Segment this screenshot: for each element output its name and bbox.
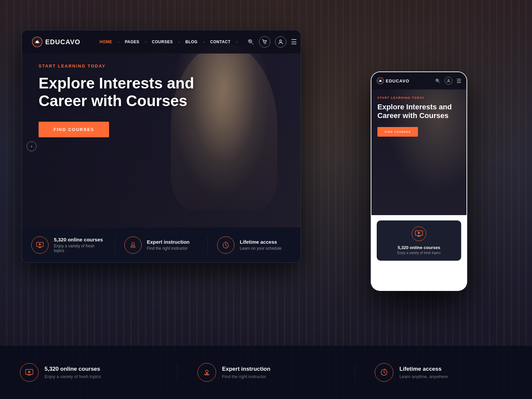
svg-point-21 (225, 241, 226, 242)
svg-marker-26 (418, 232, 421, 234)
bottom-stat-title-2: Expert instruction (222, 366, 270, 372)
desktop-mockup: EDUCAVO HOME + PAGES + COURSES + BLOG + … (22, 30, 301, 263)
bottom-stats-bar: 5,320 online courses Enjoy a variety of … (0, 346, 532, 399)
mobile-stats-card: 5,320 online courses Enjoy a variety of … (377, 220, 461, 261)
bottom-stat-title-3: Lifetime access (399, 366, 448, 372)
desktop-logo[interactable]: EDUCAVO (32, 37, 80, 47)
logo-text: EDUCAVO (45, 38, 80, 46)
bottom-stat-icon-2 (198, 363, 216, 382)
bottom-stat-text-1: 5,320 online courses Enjoy a variety of … (45, 366, 101, 379)
bottom-stat-desc-2: Find the right instructor (222, 374, 270, 379)
stat-instruction-icon (124, 236, 142, 254)
mobile-search-icon[interactable]: 🔍 (435, 78, 441, 83)
mobile-stat-title: 5,320 online courses (397, 245, 441, 250)
svg-point-9 (265, 43, 266, 44)
mobile-hero-subtitle: START LEARNING TODAY (377, 96, 461, 99)
find-courses-button[interactable]: FIND COURSES (39, 122, 109, 137)
svg-point-23 (379, 80, 381, 82)
bottom-stat-desc-3: Learn anytime, anywhere (399, 374, 448, 379)
hero-title: Explore Interests and Career with Course… (39, 74, 231, 110)
bottom-stat-3: Lifetime access Learn anytime, anywhere (355, 363, 532, 382)
mobile-mockup: EDUCAVO 🔍 ☰ START LEARNING TODAY Explore… (371, 71, 467, 291)
stat-courses-text: 5,320 online courses Enjoy a variety of … (54, 237, 105, 253)
nav-contact[interactable]: CONTACT (207, 38, 233, 46)
menu-icon[interactable]: ☰ (291, 38, 297, 46)
mobile-user-icon[interactable] (445, 77, 453, 85)
stat-instruction-text: Expert instruction Find the right instru… (147, 239, 190, 251)
mobile-stat-icon (412, 226, 426, 241)
nav-links: HOME + PAGES + COURSES + BLOG + CONTACT … (97, 38, 238, 46)
nav-pages[interactable]: PAGES (122, 38, 142, 46)
desktop-navbar: EDUCAVO HOME + PAGES + COURSES + BLOG + … (22, 30, 301, 54)
bottom-stat-1: 5,320 online courses Enjoy a variety of … (0, 363, 178, 382)
bottom-stat-desc-1: Enjoy a variety of fresh topics (45, 374, 101, 379)
svg-point-24 (448, 79, 450, 81)
stat-instruction: Expert instruction Find the right instru… (115, 236, 208, 254)
desktop-hero-content: START LEARNING TODAY Explore Interests a… (39, 64, 231, 137)
mobile-stat-text: 5,320 online courses Enjoy a variety of … (397, 245, 441, 255)
svg-marker-12 (39, 243, 41, 245)
mobile-navbar: EDUCAVO 🔍 ☰ (371, 72, 466, 89)
mobile-hero-title: Explore Interests and Career with Course… (377, 103, 461, 120)
bottom-stat-icon-3 (375, 363, 393, 382)
svg-point-8 (264, 43, 265, 44)
nav-courses[interactable]: COURSES (149, 38, 176, 46)
mobile-hero: EDUCAVO 🔍 ☰ START LEARNING TODAY Explore… (371, 72, 466, 215)
bottom-stat-text-3: Lifetime access Learn anytime, anywhere (399, 366, 448, 379)
svg-point-10 (280, 40, 282, 42)
mobile-stat-desc: Enjoy a variety of fresh topics (397, 251, 441, 255)
svg-point-7 (36, 41, 39, 43)
nav-blog[interactable]: BLOG (183, 38, 200, 46)
cart-icon[interactable] (259, 36, 270, 48)
mobile-nav-icons: 🔍 ☰ (435, 77, 461, 85)
bottom-stat-icon-1 (20, 363, 39, 382)
hero-subtitle: START LEARNING TODAY (39, 64, 231, 68)
stat-lifetime-text: Lifetime access Learn on your schedule (240, 239, 281, 251)
nav-home[interactable]: HOME (97, 38, 115, 46)
stat-lifetime: Lifetime access Learn on your schedule (208, 236, 301, 254)
mobile-logo[interactable]: EDUCAVO (377, 77, 409, 84)
mobile-hero-content: START LEARNING TODAY Explore Interests a… (377, 96, 461, 137)
mobile-hero-bg-overlay (371, 72, 466, 215)
bottom-stat-text-2: Expert instruction Find the right instru… (222, 366, 270, 379)
search-icon[interactable]: 🔍 (248, 39, 254, 45)
desktop-stats-bar: 5,320 online courses Enjoy a variety of … (22, 227, 301, 262)
mobile-logo-text: EDUCAVO (386, 78, 409, 83)
stat-lifetime-icon (217, 236, 234, 254)
svg-rect-17 (131, 246, 135, 247)
mobile-logo-icon (377, 77, 384, 84)
svg-marker-1 (28, 371, 31, 373)
mobile-white-section: 5,320 online courses Enjoy a variety of … (371, 215, 466, 291)
bottom-stat-title-1: 5,320 online courses (45, 366, 101, 372)
logo-icon (32, 37, 43, 47)
prev-slide-button[interactable]: ‹ (27, 141, 37, 151)
stat-courses: 5,320 online courses Enjoy a variety of … (22, 236, 115, 254)
user-icon[interactable] (275, 36, 286, 48)
svg-point-16 (132, 242, 134, 245)
mobile-menu-icon[interactable]: ☰ (457, 78, 461, 84)
stat-courses-icon (31, 236, 49, 254)
svg-rect-4 (204, 374, 209, 375)
nav-icons: 🔍 ☰ (248, 36, 297, 48)
mobile-find-courses-button[interactable]: FIND COURSES (377, 127, 418, 137)
bottom-stat-2: Expert instruction Find the right instru… (178, 363, 355, 382)
